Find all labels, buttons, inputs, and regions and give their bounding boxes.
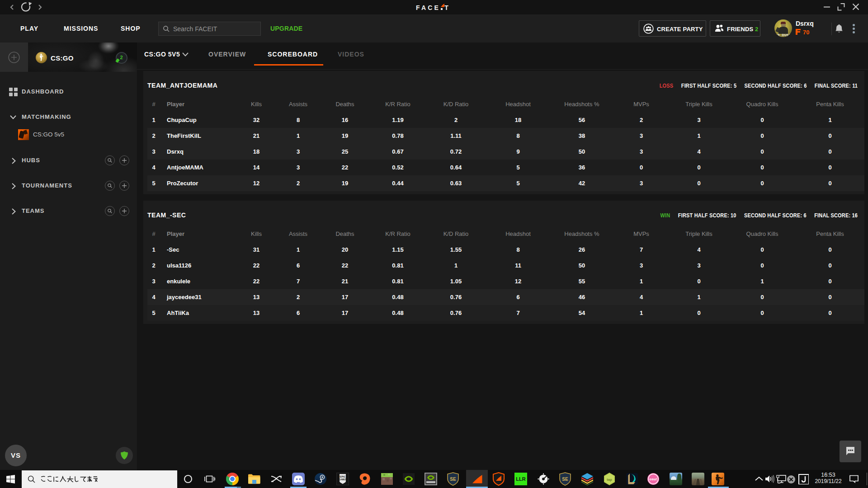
svg-text:tap: tap <box>607 478 612 482</box>
svg-text:EPIC: EPIC <box>340 475 346 478</box>
svg-text:osu!: osu! <box>650 477 657 481</box>
svg-text:SE: SE <box>450 477 456 482</box>
svg-text:SE: SE <box>562 477 568 482</box>
svg-text:GAMES: GAMES <box>339 479 346 481</box>
